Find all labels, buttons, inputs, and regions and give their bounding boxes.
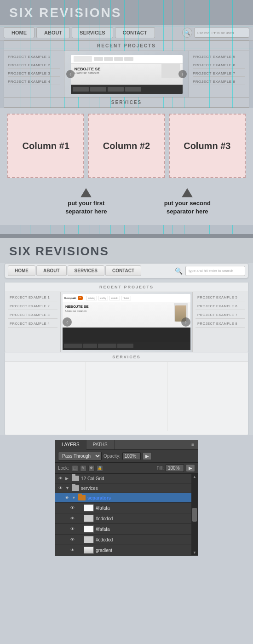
expand-arrow[interactable]: ▼ — [72, 495, 76, 500]
lock-position-icon[interactable]: ✥ — [88, 465, 95, 472]
wire-recent-projects: RECENT PROJECTS PROJECT EXAMPLE 1 PROJEC… — [4, 40, 249, 98]
eye-icon[interactable]: 👁 — [57, 475, 63, 482]
layer-thumbnail — [84, 515, 94, 522]
slider-next-button[interactable]: › — [178, 70, 187, 78]
wire-column-1: Column #1 — [7, 114, 84, 178]
wire-search-box[interactable]: use me: I ♥ to be used — [194, 28, 249, 38]
actual-nav-search: 🔍 type and hit enter to search — [173, 266, 245, 276]
search-icon-actual[interactable]: 🔍 — [173, 266, 184, 276]
slider-prev-button[interactable]: ‹ — [66, 70, 75, 78]
wire-nav-home[interactable]: HOME — [4, 27, 34, 38]
opacity-input[interactable] — [122, 452, 141, 460]
ps-lock-row: Lock: ⬚ ✎ ✥ 🔒 Fill: ▶ — [55, 463, 198, 474]
wire-columns-area: Column #1 Column #2 Column #3 — [0, 108, 253, 184]
panel-menu-icon[interactable]: ≡ — [188, 440, 198, 449]
layer-name: services — [81, 486, 190, 491]
list-item[interactable]: PROJECT EXAMPLE 1 — [8, 294, 58, 301]
list-item[interactable]: PROJECT EXAMPLE 6 — [193, 62, 245, 69]
ps-scrollbar[interactable]: ▲ ▼ — [191, 474, 198, 556]
separator-1-label: put your firstseparator here — [65, 199, 107, 216]
wire-slider: NEBOJTE SE Ukast se ostaním ‹ › — [64, 51, 189, 97]
wire-recent-projects-title: RECENT PROJECTS — [4, 41, 249, 51]
tab-layers[interactable]: LAYERS — [55, 440, 86, 450]
list-item[interactable]: PROJECT EXAMPLE 7 — [196, 311, 245, 319]
wire-column-3: Column #3 — [169, 114, 246, 178]
layer-cdcdcd-2[interactable]: 👁 #cdcdcd — [55, 535, 191, 545]
layer-fafafa-1[interactable]: 👁 #fafafa — [55, 503, 191, 513]
list-item[interactable]: PROJECT EXAMPLE 1 — [8, 54, 60, 60]
layer-12-col-grid[interactable]: 👁 ▶ 12 Col Grid — [55, 474, 191, 483]
list-item[interactable]: PROJECT EXAMPLE 5 — [193, 54, 245, 60]
wire-nav-services[interactable]: SERVICES — [72, 27, 113, 38]
list-item[interactable]: PROJECT EXAMPLE 8 — [193, 79, 245, 85]
layer-thumbnail — [84, 536, 94, 543]
folder-icon — [72, 485, 79, 491]
scroll-up-button[interactable]: ▲ — [193, 475, 196, 479]
actual-slider-next[interactable]: › — [181, 317, 190, 327]
actual-nav-home[interactable]: HOME — [8, 265, 35, 276]
layer-name: #fafafa — [96, 527, 190, 532]
layer-cdcdcd-1[interactable]: 👁 #cdcdcd — [55, 513, 191, 524]
wire-nav: HOME ABOUT SERVICES CONTACT 🔍 use me: I … — [0, 25, 253, 40]
list-item[interactable]: PROJECT EXAMPLE 2 — [8, 62, 60, 69]
lock-all-icon[interactable]: 🔒 — [97, 465, 103, 472]
actual-site-title: SIX REVISIONS — [9, 244, 244, 259]
actual-slider-prev[interactable]: ‹ — [63, 317, 72, 327]
actual-screenshot: Kompakt ™ katalog služby kontakt hledat … — [63, 294, 190, 350]
layer-name: #cdcdcd — [96, 516, 190, 521]
opacity-label: Opacity: — [104, 454, 121, 459]
eye-icon[interactable]: 👁 — [57, 485, 63, 491]
list-item[interactable]: PROJECT EXAMPLE 3 — [8, 311, 58, 319]
list-item[interactable]: PROJECT EXAMPLE 2 — [8, 303, 58, 310]
actual-search-box[interactable]: type and hit enter to search — [185, 266, 245, 276]
layer-gradient[interactable]: 👁 gradient — [55, 545, 191, 556]
eye-icon[interactable]: 👁 — [63, 494, 70, 501]
eye-icon[interactable]: 👁 — [69, 515, 75, 522]
wire-nav-contact[interactable]: CONTACT — [115, 27, 155, 38]
separator-2-label: put your secondseparator here — [164, 199, 211, 216]
eye-icon[interactable]: 👁 — [69, 536, 75, 543]
actual-services-title: SERVICES — [5, 352, 248, 362]
lock-icons: ⬚ ✎ ✥ 🔒 — [72, 465, 103, 472]
list-item[interactable]: PROJECT EXAMPLE 6 — [196, 303, 245, 310]
wire-projects-right: PROJECT EXAMPLE 5 PROJECT EXAMPLE 6 PROJ… — [189, 51, 249, 97]
scroll-thumb[interactable] — [192, 508, 197, 522]
arrow-up-icon — [80, 188, 92, 197]
tab-paths[interactable]: PATHS — [86, 440, 115, 449]
layer-name: #cdcdcd — [96, 537, 190, 542]
wire-nav-about[interactable]: ABOUT — [36, 27, 70, 38]
opacity-increase-button[interactable]: ▶ — [143, 452, 152, 460]
list-item[interactable]: PROJECT EXAMPLE 5 — [196, 294, 245, 301]
actual-projects-inner: PROJECT EXAMPLE 1 PROJECT EXAMPLE 2 PROJ… — [5, 292, 248, 352]
actual-recent-projects: RECENT PROJECTS PROJECT EXAMPLE 1 PROJEC… — [5, 282, 248, 352]
fill-input[interactable] — [166, 464, 184, 472]
expand-arrow[interactable]: ▼ — [65, 486, 70, 490]
list-item[interactable]: PROJECT EXAMPLE 8 — [196, 320, 245, 328]
fake-screenshot: NEBOJTE SE Ukast se ostaním — [71, 55, 183, 94]
layer-name: #fafafa — [96, 506, 190, 511]
lock-pixels-icon[interactable]: ✎ — [80, 465, 86, 472]
actual-header: SIX REVISIONS — [0, 238, 253, 263]
layer-separators[interactable]: 👁 ▼ separators — [55, 493, 191, 503]
list-item[interactable]: PROJECT EXAMPLE 4 — [8, 320, 58, 328]
layer-services[interactable]: 👁 ▼ services — [55, 483, 191, 493]
list-item[interactable]: PROJECT EXAMPLE 7 — [193, 70, 245, 77]
actual-nav-about[interactable]: ABOUT — [36, 265, 67, 276]
scroll-down-button[interactable]: ▼ — [193, 551, 196, 555]
lock-transparent-icon[interactable]: ⬚ — [72, 465, 78, 472]
search-icon[interactable]: 🔍 — [182, 28, 192, 38]
eye-icon[interactable]: 👁 — [69, 526, 75, 532]
actual-nav-services[interactable]: SERVICES — [68, 265, 104, 276]
eye-icon[interactable]: 👁 — [69, 547, 75, 553]
layer-fafafa-2[interactable]: 👁 #fafafa — [55, 524, 191, 535]
actual-nav-contact[interactable]: CONTACT — [105, 265, 141, 276]
expand-arrow[interactable]: ▶ — [65, 476, 70, 481]
fill-label: Fill: — [156, 466, 164, 471]
list-item[interactable]: PROJECT EXAMPLE 4 — [8, 79, 60, 85]
list-item[interactable]: PROJECT EXAMPLE 3 — [8, 70, 60, 77]
wire-header: SIX REVISIONS — [0, 0, 253, 25]
eye-icon[interactable]: 👁 — [69, 505, 75, 511]
blend-mode-select[interactable]: Pass Through — [58, 452, 102, 460]
wire-projects-left: PROJECT EXAMPLE 1 PROJECT EXAMPLE 2 PROJ… — [4, 51, 64, 97]
fill-increase-button[interactable]: ▶ — [186, 464, 195, 472]
